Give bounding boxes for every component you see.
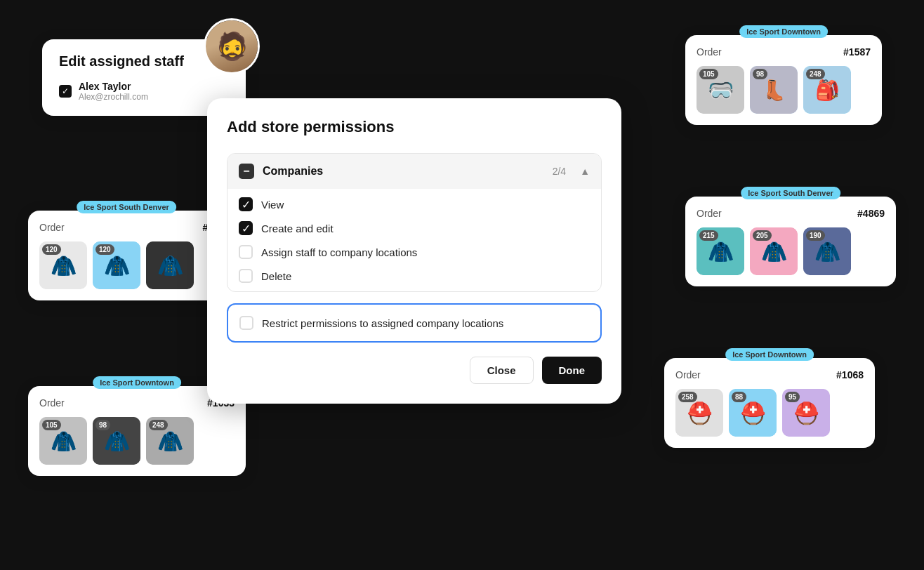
- order-items: 105 🧥 98 🧥 248 🧥: [39, 417, 235, 465]
- create-edit-checkbox[interactable]: ✓: [239, 221, 253, 235]
- item-badge: 248: [806, 69, 825, 79]
- modal-footer: Close Done: [227, 357, 602, 384]
- list-item: 105 🥽: [697, 66, 744, 114]
- store-badge-bottom-right: Ice Sport Downtown: [725, 348, 814, 361]
- permissions-list: ✓ View ✓ Create and edit Assign staff to…: [227, 189, 601, 291]
- item-badge: 95: [785, 392, 800, 402]
- delete-checkbox[interactable]: [239, 269, 253, 283]
- item-badge: 190: [806, 230, 825, 241]
- order-items: 258 ⛑️ 88 ⛑️ 95 ⛑️: [675, 389, 864, 437]
- item-badge: 88: [732, 392, 746, 402]
- item-badge: 215: [699, 230, 718, 241]
- order-card-top-right: Ice Sport Downtown Order #1587 105 🥽 98 …: [685, 35, 882, 125]
- assign-staff-checkbox[interactable]: [239, 245, 253, 259]
- list-item: 248 🧥: [146, 417, 194, 465]
- store-badge-top-right: Ice Sport Downtown: [739, 25, 828, 38]
- order-label: Order: [675, 369, 701, 380]
- order-label: Order: [697, 46, 722, 58]
- permission-create-edit[interactable]: ✓ Create and edit: [239, 221, 590, 235]
- order-items: 215 🧥 205 🧥 190 🧥: [697, 227, 885, 275]
- restrict-permissions-box[interactable]: Restrict permissions to assigned company…: [227, 303, 602, 343]
- chevron-up-icon: ▲: [580, 166, 590, 177]
- staff-email: Alex@zrochill.com: [79, 92, 148, 102]
- staff-checkbox[interactable]: ✓: [59, 85, 72, 98]
- list-item: 248 🎒: [803, 66, 851, 114]
- order-items: 105 🥽 98 👢 248 🎒: [697, 66, 871, 114]
- item-badge: 120: [95, 244, 114, 255]
- order-items: 120 🧥 120 🧥 🧥: [39, 241, 213, 289]
- order-label: Order: [39, 397, 65, 409]
- store-badge-mid-left: Ice Sport South Denver: [77, 201, 176, 213]
- order-card-bottom-right: Ice Sport Downtown Order #1068 258 ⛑️ 88…: [664, 358, 875, 448]
- permission-assign-staff[interactable]: Assign staff to company locations: [239, 245, 590, 259]
- order-number: #4869: [857, 208, 885, 219]
- staff-card-title: Edit assigned staff: [59, 53, 229, 69]
- view-label: View: [261, 199, 284, 211]
- staff-name: Alex Taylor: [79, 81, 148, 92]
- store-badge-bottom-left: Ice Sport Downtown: [93, 376, 181, 389]
- list-item: 98 🧥: [93, 417, 140, 465]
- list-item: 120 🧥: [93, 241, 140, 289]
- list-item: 205 🧥: [750, 227, 798, 275]
- order-card-mid-right: Ice Sport South Denver Order #4869 215 🧥…: [685, 197, 896, 286]
- avatar: 🧔: [204, 18, 260, 74]
- order-label: Order: [39, 222, 65, 233]
- view-checkbox[interactable]: ✓: [239, 197, 253, 211]
- item-badge: 98: [753, 69, 767, 79]
- list-item: 98 👢: [750, 66, 798, 114]
- create-edit-label: Create and edit: [261, 223, 334, 234]
- order-number: #1587: [843, 46, 871, 58]
- item-badge: 98: [95, 420, 110, 430]
- list-item: 🧥: [146, 241, 194, 289]
- minus-icon: −: [239, 164, 254, 179]
- order-number: #1068: [836, 369, 864, 380]
- item-badge: 105: [699, 69, 718, 79]
- done-button[interactable]: Done: [542, 357, 602, 384]
- restrict-checkbox[interactable]: [239, 316, 253, 330]
- order-card-mid-left: Ice Sport South Denver Order #4 120 🧥 12…: [28, 211, 225, 300]
- modal-title: Add store permissions: [227, 118, 602, 136]
- staff-info: Alex Taylor Alex@zrochill.com: [79, 81, 148, 102]
- delete-label: Delete: [261, 270, 291, 282]
- permission-delete[interactable]: Delete: [239, 269, 590, 283]
- list-item: 105 🧥: [39, 417, 87, 465]
- list-item: 95 ⛑️: [782, 389, 830, 437]
- item-badge: 205: [753, 230, 772, 241]
- companies-count: 2/4: [553, 166, 566, 177]
- item-badge: 258: [678, 392, 697, 402]
- store-badge-mid-right: Ice Sport South Denver: [741, 187, 840, 199]
- restrict-label: Restrict permissions to assigned company…: [262, 317, 503, 329]
- permissions-modal: Add store permissions − Companies 2/4 ▲ …: [207, 98, 621, 404]
- close-button[interactable]: Close: [470, 357, 534, 384]
- companies-label: Companies: [263, 165, 544, 178]
- companies-section: − Companies 2/4 ▲ ✓ View ✓ Create and ed…: [227, 153, 602, 292]
- list-item: 88 ⛑️: [729, 389, 777, 437]
- item-badge: 120: [42, 244, 61, 255]
- assign-staff-label: Assign staff to company locations: [261, 246, 417, 258]
- list-item: 190 🧥: [803, 227, 851, 275]
- list-item: 215 🧥: [697, 227, 744, 275]
- order-label: Order: [697, 208, 722, 219]
- item-badge: 105: [42, 420, 61, 430]
- permission-view[interactable]: ✓ View: [239, 197, 590, 211]
- item-badge: 248: [149, 420, 168, 430]
- list-item: 258 ⛑️: [675, 389, 723, 437]
- companies-header[interactable]: − Companies 2/4 ▲: [227, 154, 601, 189]
- list-item: 120 🧥: [39, 241, 87, 289]
- staff-member: ✓ Alex Taylor Alex@zrochill.com: [59, 81, 229, 102]
